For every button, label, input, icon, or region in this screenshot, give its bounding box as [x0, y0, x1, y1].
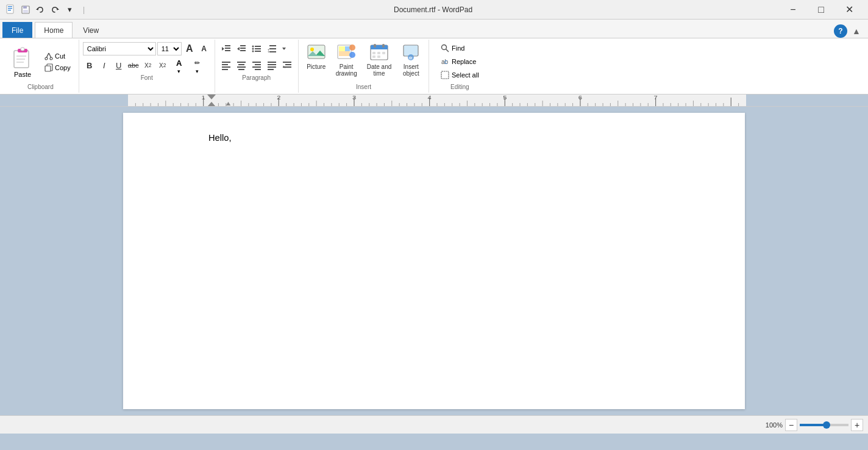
svg-rect-75 — [372, 52, 375, 54]
select-all-button[interactable]: Select all — [435, 69, 485, 81]
bold-button[interactable]: B — [83, 59, 96, 72]
justify-button[interactable] — [265, 59, 279, 72]
paint-label: Paint drawing — [336, 63, 357, 77]
replace-button[interactable]: abc Replace — [435, 55, 484, 68]
date-time-label: Date and time — [367, 63, 392, 77]
font-size-select[interactable]: 11 — [157, 42, 182, 55]
svg-marker-7 — [36, 8, 38, 10]
svg-rect-25 — [240, 45, 246, 46]
find-button[interactable]: Find — [435, 42, 484, 54]
help-button[interactable]: ? — [834, 24, 847, 38]
window-title: Document.rtf - WordPad — [87, 5, 779, 14]
clipboard-group-content: Paste Cut — [6, 41, 75, 82]
svg-rect-12 — [16, 55, 26, 57]
copy-button[interactable]: Copy — [41, 62, 74, 73]
svg-point-17 — [45, 57, 48, 60]
underline-button[interactable]: U — [112, 59, 126, 72]
rtl-button[interactable] — [280, 59, 294, 72]
ruler-right-margin — [746, 95, 868, 106]
svg-rect-35 — [269, 45, 276, 46]
title-bar: ▾ | Document.rtf - WordPad − □ ✕ — [0, 0, 868, 20]
align-center-button[interactable] — [234, 59, 249, 72]
superscript-button[interactable]: X2 — [156, 59, 169, 72]
save-button[interactable] — [20, 4, 32, 16]
maximize-button[interactable]: □ — [807, 0, 835, 20]
paint-icon — [336, 43, 356, 62]
close-button[interactable]: ✕ — [835, 0, 863, 20]
date-time-button[interactable]: Date and time — [363, 41, 396, 79]
grow-font-button[interactable]: A — [183, 42, 196, 55]
minimize-button[interactable]: − — [779, 0, 807, 20]
strikethrough-button[interactable]: abc — [127, 59, 140, 72]
svg-point-69 — [349, 52, 355, 58]
clipboard-small-buttons: Cut Copy — [40, 49, 75, 74]
svg-rect-40 — [222, 62, 230, 63]
quick-access-toolbar: ▾ — [20, 4, 76, 16]
zoom-out-button[interactable]: − — [785, 419, 797, 431]
bullet-dropdown[interactable] — [280, 42, 288, 55]
paragraph-group: ↕ — [215, 40, 299, 93]
svg-rect-53 — [268, 64, 276, 65]
font-family-select[interactable]: Calibri — [83, 42, 156, 55]
document-page: Hello, — [123, 113, 745, 409]
tab-view[interactable]: View — [74, 22, 108, 38]
cut-button[interactable]: Cut — [41, 51, 74, 62]
paste-button[interactable]: Paste — [6, 44, 39, 80]
tab-file[interactable]: File — [2, 22, 32, 38]
svg-rect-1 — [8, 6, 12, 7]
svg-rect-42 — [222, 66, 230, 68]
title-separator: | — [83, 5, 85, 14]
svg-rect-65 — [339, 46, 345, 51]
ribbon-collapse-button[interactable]: ▲ — [850, 24, 863, 38]
svg-rect-48 — [252, 62, 261, 63]
paste-icon — [12, 46, 34, 70]
window-controls: − □ ✕ — [779, 0, 863, 20]
insert-label: Insert — [356, 82, 371, 91]
svg-rect-23 — [225, 50, 230, 51]
document-area: Hello, — [0, 107, 868, 415]
insert-object-button[interactable]: o Insert object — [397, 41, 425, 79]
svg-rect-34 — [255, 51, 261, 52]
svg-rect-76 — [377, 52, 380, 54]
svg-point-61 — [310, 48, 314, 51]
align-right-button[interactable] — [249, 59, 264, 72]
svg-text:5: 5 — [503, 95, 507, 101]
align-left-button[interactable] — [219, 59, 233, 72]
picture-button[interactable]: Picture — [302, 41, 330, 72]
svg-rect-73 — [374, 44, 376, 48]
italic-button[interactable]: I — [98, 59, 111, 72]
paragraph-top: ↕ — [219, 42, 294, 55]
clipboard-label: Clipboard — [27, 82, 54, 91]
undo-button[interactable] — [34, 4, 46, 16]
font-color-button[interactable]: A ▾ — [171, 59, 188, 72]
svg-rect-51 — [255, 69, 261, 70]
bullets-button[interactable] — [249, 42, 264, 55]
svg-rect-22 — [225, 48, 230, 49]
svg-rect-44 — [237, 62, 246, 63]
subscript-button[interactable]: X2 — [141, 59, 155, 72]
document-editor[interactable]: Hello, — [208, 131, 660, 158]
svg-rect-21 — [225, 45, 230, 46]
svg-rect-11 — [21, 48, 24, 51]
content-line-2 — [208, 145, 660, 158]
ribbon: File Home View ? ▲ — [0, 20, 868, 95]
redo-button[interactable] — [49, 4, 61, 16]
svg-rect-20 — [45, 66, 51, 71]
replace-label: Replace — [452, 58, 476, 65]
svg-rect-66 — [345, 46, 350, 51]
svg-marker-179 — [207, 95, 216, 99]
increase-indent-button[interactable] — [234, 42, 249, 55]
svg-rect-13 — [16, 59, 25, 60]
zoom-slider[interactable] — [800, 424, 848, 426]
zoom-in-button[interactable]: + — [851, 419, 863, 431]
quick-access-dropdown[interactable]: ▾ — [63, 4, 76, 16]
paint-drawing-button[interactable]: Paint drawing — [332, 41, 361, 79]
shrink-font-button[interactable]: A — [197, 42, 211, 55]
insert-object-icon: o — [401, 43, 421, 62]
line-spacing-button[interactable]: ↕ — [265, 42, 279, 55]
highlight-color-button[interactable]: ✏ ▾ — [189, 59, 206, 72]
svg-marker-8 — [57, 8, 59, 10]
decrease-indent-button[interactable] — [219, 42, 233, 55]
tab-home[interactable]: Home — [35, 22, 73, 38]
svg-point-18 — [50, 57, 52, 60]
